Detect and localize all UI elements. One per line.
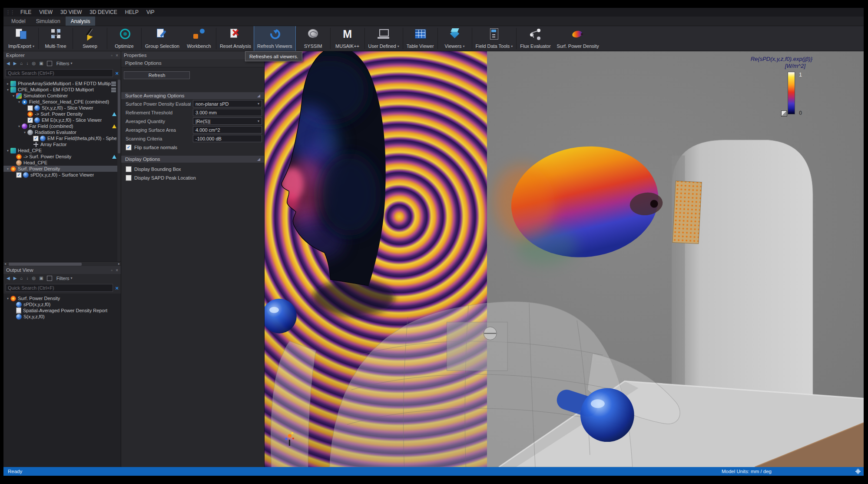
panel-home-icon[interactable]: ⌂: [20, 276, 23, 280]
tree-row[interactable]: ✓EM Far Field(theta,phi,f0) - Spherical …: [3, 135, 121, 141]
menu-view[interactable]: VIEW: [35, 9, 56, 15]
explorer-horizontal-scrollbar[interactable]: ◂ ▸: [3, 261, 121, 266]
tab-model[interactable]: Model: [6, 17, 31, 26]
section-display-options[interactable]: Display Options ◢: [121, 156, 264, 163]
expander-open-icon[interactable]: ▾: [5, 297, 10, 300]
tree-row[interactable]: ✓sPD(x,y,z,f0) - Surface Viewer: [3, 172, 121, 178]
field-data-tools-button[interactable]: Field Data Tools▾: [473, 26, 516, 51]
panel-pin-icon[interactable]: ▫: [111, 268, 113, 273]
tree-row[interactable]: ▾Radiation Evaluator: [3, 129, 121, 135]
display-sapd-peak-location-checkbox-row[interactable]: Display SAPD Peak Location: [121, 174, 264, 182]
panel-down-icon[interactable]: ↓: [26, 276, 28, 280]
menu-3d-device[interactable]: 3D DEVICE: [86, 9, 121, 15]
tree-row[interactable]: ▾Far Field (combined): [3, 123, 121, 129]
refresh-button[interactable]: Refresh: [124, 71, 190, 79]
scroll-right-icon[interactable]: ▸: [118, 262, 120, 266]
tree-row[interactable]: Array Factor: [3, 141, 121, 147]
filters-button[interactable]: Filters▾: [56, 61, 73, 66]
panel-close-icon[interactable]: ×: [116, 268, 118, 273]
scroll-left-icon[interactable]: ◂: [4, 262, 6, 266]
surface-power-density-evaluator-select[interactable]: non-planar sPD ▾: [193, 100, 262, 107]
flux-evaluator-button[interactable]: Flux Evaluator: [517, 26, 553, 51]
flip-surface-normals-checkbox-row[interactable]: ✓ Flip surface normals: [121, 144, 264, 151]
expander-open-icon[interactable]: ▾: [17, 124, 22, 128]
multi-tree-button[interactable]: Multi-Tree: [39, 26, 72, 51]
panel-back-icon[interactable]: ◀: [7, 61, 10, 66]
reset-analysis-button[interactable]: Reset Analysis: [217, 26, 254, 51]
panel-checkbox-icon[interactable]: [47, 61, 52, 66]
scrollbar-thumb[interactable]: [9, 263, 82, 266]
tree-row[interactable]: Head_CPE: [3, 160, 121, 166]
optimize-button[interactable]: Optimize: [108, 26, 141, 51]
menu-vip[interactable]: ViP: [142, 9, 158, 15]
group-selection-button[interactable]: Group Selection: [142, 26, 182, 51]
panel-home-icon[interactable]: ⌂: [20, 61, 23, 66]
expander-open-icon[interactable]: ▾: [5, 88, 10, 92]
checkbox-checked[interactable]: ✓: [27, 117, 33, 123]
tree-row[interactable]: -> Surf. Power Density: [3, 154, 121, 160]
menu-3d-view[interactable]: 3D VIEW: [56, 9, 86, 15]
panel-back-icon[interactable]: ◀: [7, 276, 10, 280]
panel-close-icon[interactable]: ×: [116, 53, 118, 58]
tree-row[interactable]: ▾Surf. Power Density: [3, 295, 121, 301]
panel-pin-icon[interactable]: ▫: [111, 53, 113, 58]
tree-row[interactable]: Spatial-Averaged Power Density Report: [3, 307, 121, 314]
explorer-search-input[interactable]: [6, 69, 113, 77]
checkbox-checked[interactable]: ✓: [16, 172, 22, 178]
scanning-criteria-input[interactable]: -100.000 dB: [193, 135, 262, 142]
table-viewer-button[interactable]: Table Viewer: [404, 26, 437, 51]
section-surface-averaging-options[interactable]: Surface Averaging Options ◢: [121, 92, 264, 99]
explorer-vertical-scrollbar[interactable]: [117, 79, 121, 261]
tree-row[interactable]: S(x,y,z,f0): [3, 314, 121, 320]
refresh-viewers-button[interactable]: Refresh Viewers: [254, 26, 295, 51]
panel-target-icon[interactable]: ◎: [32, 61, 36, 66]
panel-down-icon[interactable]: ↓: [26, 61, 28, 66]
expander-open-icon[interactable]: ▾: [17, 100, 22, 104]
pipeline-options-tab[interactable]: Pipeline Options: [121, 59, 264, 67]
display-bounding-box-checkbox-row[interactable]: Display Bounding Box: [121, 165, 264, 173]
tree-row[interactable]: ▸PhoneArraySideMultiport - EM FDTD Multi…: [3, 80, 121, 87]
tree-row[interactable]: ▾Surf. Power Density: [3, 166, 121, 172]
checkbox-unchecked[interactable]: [126, 175, 132, 181]
menu-file[interactable]: FILE: [17, 9, 35, 15]
imp-export-button[interactable]: Imp/Export▾: [5, 26, 38, 51]
averaging-surface-area-input[interactable]: 4.000 cm^2: [193, 126, 262, 134]
expander-open-icon[interactable]: ▾: [11, 94, 16, 98]
expander-open-icon[interactable]: ▾: [22, 130, 27, 134]
scrollbar-thumb[interactable]: [118, 80, 120, 154]
surf-power-density-button[interactable]: Surf. Power Density: [554, 26, 602, 51]
panel-forward-icon[interactable]: ▶: [13, 276, 17, 280]
tree-row[interactable]: S(x,y,z,f0) - Slice Viewer: [3, 105, 121, 111]
checkbox-unchecked[interactable]: [126, 166, 132, 172]
checkbox-checked[interactable]: ✓: [126, 144, 132, 150]
syssim-button[interactable]: SYSSIM: [297, 26, 330, 51]
panel-checkbox-icon[interactable]: [47, 276, 52, 281]
tree-row[interactable]: ▾Head_CPE: [3, 147, 121, 154]
panel-link-icon[interactable]: ▣: [39, 276, 43, 280]
expander-closed-icon[interactable]: ▸: [5, 82, 10, 86]
refinement-threshold-input[interactable]: 3.000 mm: [193, 109, 262, 116]
expander-open-icon[interactable]: ▾: [5, 167, 10, 171]
panel-target-icon[interactable]: ◎: [32, 276, 36, 280]
tree-row[interactable]: sPD(x,y,z,f0): [3, 301, 121, 307]
sweep-button[interactable]: Sweep: [73, 26, 106, 51]
tree-row[interactable]: ✓EM E(x,y,z,f0) - Slice Viewer: [3, 117, 121, 123]
panel-link-icon[interactable]: ▣: [39, 61, 43, 66]
expander-open-icon[interactable]: ▾: [5, 149, 10, 153]
user-defined-button[interactable]: User Defined▾: [365, 26, 402, 51]
workbench-button[interactable]: Workbench: [182, 26, 215, 51]
averaged-quantity-select[interactable]: |Re(S)| ▾: [193, 117, 262, 125]
tree-row[interactable]: ▾Simulation Combiner: [3, 93, 121, 99]
tree-row[interactable]: ▾CPE_Multiport - EM FDTD Multiport: [3, 87, 121, 93]
output-search-input[interactable]: [6, 284, 113, 292]
clear-search-icon[interactable]: ×: [115, 70, 119, 76]
clear-search-icon[interactable]: ×: [115, 285, 119, 291]
panel-forward-icon[interactable]: ▶: [13, 61, 17, 66]
tree-row[interactable]: -> Surf. Power Density: [3, 111, 121, 117]
musaikplusplus-button[interactable]: MUSAIK++: [331, 26, 364, 51]
checkbox-checked[interactable]: ✓: [33, 136, 39, 141]
menu-help[interactable]: HELP: [121, 9, 142, 15]
viewers-button[interactable]: Viewers▾: [438, 26, 471, 51]
tab-analysis[interactable]: Analysis: [66, 17, 96, 26]
viewport-3d[interactable]: Re{sPD(x,y,z,f0).exp(jβ)} [W/m^2] 1 0: [265, 51, 864, 467]
